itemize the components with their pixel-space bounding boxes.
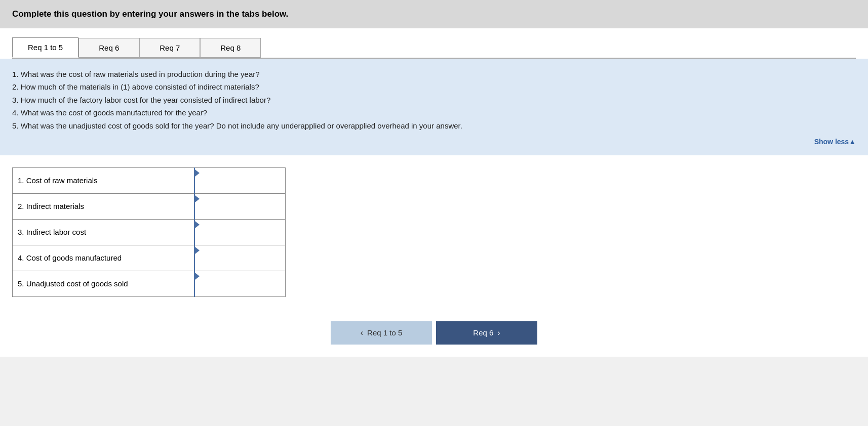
table-row: 3. Indirect labor cost bbox=[13, 219, 286, 245]
input-cost-raw-materials[interactable] bbox=[195, 177, 285, 193]
tab-req6[interactable]: Req 6 bbox=[78, 38, 139, 58]
header-bar: Complete this question by entering your … bbox=[0, 0, 868, 28]
next-button[interactable]: Req 6 › bbox=[436, 321, 537, 345]
input-indirect-labor[interactable] bbox=[195, 228, 285, 245]
chevron-right-icon: › bbox=[497, 328, 500, 337]
input-unadjusted-cost-goods-sold[interactable] bbox=[195, 280, 285, 296]
arrow-icon-4 bbox=[195, 247, 200, 254]
input-indirect-materials[interactable] bbox=[195, 202, 285, 219]
tabs-area: Req 1 to 5 Req 6 Req 7 Req 8 bbox=[0, 28, 868, 59]
row-label-5: 5. Unadjusted cost of goods sold bbox=[13, 271, 194, 296]
tab-req1to5[interactable]: Req 1 to 5 bbox=[12, 37, 78, 58]
answer-table: 1. Cost of raw materials 2. Indirect mat… bbox=[12, 167, 286, 297]
question-area: 1. What was the cost of raw materials us… bbox=[0, 59, 868, 155]
bottom-nav: ‹ Req 1 to 5 Req 6 › bbox=[0, 309, 868, 357]
row-input-cell-5 bbox=[194, 271, 286, 296]
table-row: 4. Cost of goods manufactured bbox=[13, 245, 286, 271]
tab-req7[interactable]: Req 7 bbox=[139, 38, 200, 58]
table-row: 2. Indirect materials bbox=[13, 193, 286, 219]
table-row: 1. Cost of raw materials bbox=[13, 167, 286, 193]
answer-area: 1. Cost of raw materials 2. Indirect mat… bbox=[0, 155, 868, 309]
arrow-icon-2 bbox=[195, 195, 200, 202]
row-input-cell-4 bbox=[194, 245, 286, 271]
show-less-arrow-icon: ▲ bbox=[849, 136, 856, 148]
arrow-icon-5 bbox=[195, 273, 200, 280]
show-less-button[interactable]: Show less▲ bbox=[12, 136, 856, 148]
main-content: 1. What was the cost of raw materials us… bbox=[0, 59, 868, 357]
arrow-icon-1 bbox=[195, 169, 200, 177]
row-label-3: 3. Indirect labor cost bbox=[13, 219, 194, 245]
row-label-1: 1. Cost of raw materials bbox=[13, 167, 194, 193]
question-text: 1. What was the cost of raw materials us… bbox=[12, 68, 856, 133]
chevron-left-icon: ‹ bbox=[361, 328, 363, 337]
prev-button[interactable]: ‹ Req 1 to 5 bbox=[331, 321, 432, 345]
table-row: 5. Unadjusted cost of goods sold bbox=[13, 271, 286, 296]
tabs-row: Req 1 to 5 Req 6 Req 7 Req 8 bbox=[12, 37, 856, 58]
row-label-2: 2. Indirect materials bbox=[13, 193, 194, 219]
row-input-cell-3 bbox=[194, 219, 286, 245]
row-input-cell-1 bbox=[194, 167, 286, 193]
row-label-4: 4. Cost of goods manufactured bbox=[13, 245, 194, 271]
arrow-icon-3 bbox=[195, 221, 200, 228]
tab-req8[interactable]: Req 8 bbox=[200, 38, 261, 58]
header-instruction: Complete this question by entering your … bbox=[12, 9, 288, 19]
row-input-cell-2 bbox=[194, 193, 286, 219]
input-cost-goods-manufactured[interactable] bbox=[195, 254, 285, 271]
